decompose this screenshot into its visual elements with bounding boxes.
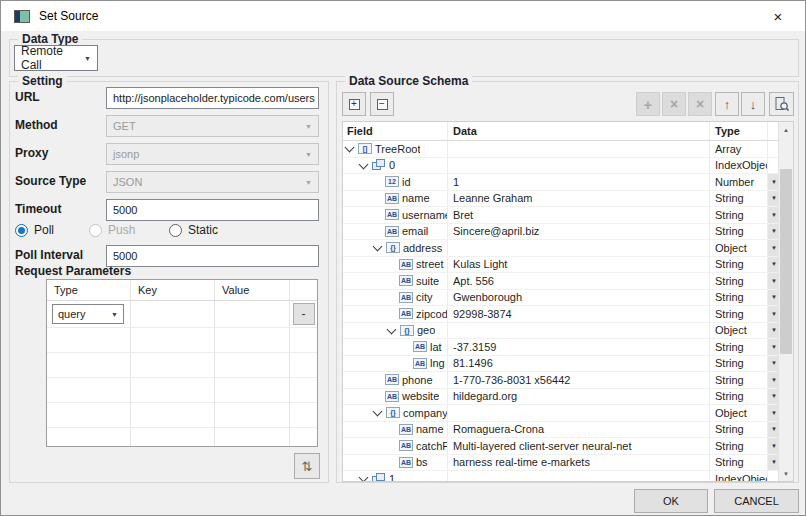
field-data [447,323,709,339]
poll-interval-input[interactable]: 5000 [106,245,319,267]
string-type-icon: AB [399,259,413,270]
vertical-scrollbar[interactable]: ▲ ▼ [778,122,793,481]
radio-push-label: Push [108,223,135,237]
move-up-button[interactable]: ↑ [715,92,739,116]
field-type: String [709,257,767,273]
field-name: company [403,407,447,419]
tree-row[interactable]: ABnameLeanne GrahamString▼ [343,191,793,208]
field-type: Object [709,405,767,421]
radio-dot [169,224,182,237]
tree-row[interactable]: ABlat-37.3159String▼ [343,339,793,356]
field-data: 1-770-736-8031 x56442 [447,372,709,388]
field-name: website [402,390,439,402]
tree-row[interactable]: {}geoObject▼ [343,323,793,340]
index-type-icon [372,159,386,171]
request-parameter-empty-row[interactable] [47,378,317,403]
expand-all-button[interactable]: + [342,92,366,116]
tree-row[interactable]: ABusernameBretString▼ [343,207,793,224]
radio-poll[interactable]: Poll [15,223,54,237]
field-data: 92998-3874 [447,306,709,322]
tree-row[interactable]: 12id1Number▼ [343,174,793,191]
field-type: IndexObject [709,471,767,482]
string-type-icon: AB [385,391,399,402]
tree-row[interactable]: ABwebsitehildegard.orgString▼ [343,389,793,406]
scroll-up-icon[interactable]: ▲ [779,122,793,137]
chevron-down-icon: ▼ [305,123,312,130]
chevron-down-icon[interactable] [359,159,369,169]
radio-static[interactable]: Static [169,223,218,237]
tree-row[interactable]: ABlng81.1496String▼ [343,356,793,373]
tree-row[interactable]: ABzipcode92998-3874String▼ [343,306,793,323]
preview-button[interactable] [769,92,794,116]
proxy-select: jsonp ▼ [106,143,319,165]
close-icon[interactable]: × [765,5,791,27]
string-type-icon: AB [413,358,427,369]
url-input[interactable]: http://jsonplaceholder.typicode.com/user… [106,87,319,109]
column-header-type: Type [709,122,767,140]
tree-row[interactable]: []TreeRootArray [343,141,793,158]
move-down-button[interactable]: ↓ [741,92,765,116]
field-type: String [709,339,767,355]
remove-parameter-button[interactable]: - [293,303,315,325]
tree-row[interactable]: ABstreetKulas LightString▼ [343,257,793,274]
request-parameter-empty-row[interactable] [47,403,317,428]
scrollbar-thumb[interactable] [780,169,792,354]
tree-row[interactable]: {}addressObject▼ [343,240,793,257]
index-type-icon [372,473,386,482]
radio-push: Push [89,223,135,237]
tree-row[interactable]: ABcatchPhraseMulti-layered client-server… [343,438,793,455]
string-type-icon: AB [385,374,399,385]
field-data: Apt. 556 [447,273,709,289]
tree-row[interactable]: ABsuiteApt. 556String▼ [343,273,793,290]
param-type-select[interactable]: query ▼ [52,304,124,324]
window-title: Set Source [39,9,98,23]
collapse-all-button[interactable]: − [370,92,394,116]
column-header-actions [289,280,317,300]
scroll-down-icon[interactable]: ▼ [779,466,793,481]
method-select: GET ▼ [106,115,319,137]
refresh-button[interactable]: ⇅ [294,453,320,479]
tree-row[interactable]: 1IndexObject [343,471,793,482]
field-type: Number [709,174,767,190]
chevron-down-icon[interactable] [359,473,369,482]
tree-row[interactable]: ABphone1-770-736-8031 x56442String▼ [343,372,793,389]
string-type-icon: AB [399,424,413,435]
data-type-groupbox: Data Type [9,39,799,77]
chevron-down-icon: ▼ [305,179,312,186]
chevron-down-icon[interactable] [373,407,383,417]
data-type-select[interactable]: Remote Call ▼ [14,45,98,71]
object-type-icon: {} [400,325,414,336]
param-value-cell[interactable] [214,301,289,327]
field-type: String [709,356,767,372]
data-type-value: Remote Call [21,44,78,72]
timeout-input[interactable]: 5000 [106,199,319,221]
field-name: lat [430,341,442,353]
field-data: Romaguera-Crona [447,422,709,438]
request-parameter-empty-row[interactable] [47,428,317,447]
radio-static-label: Static [188,223,218,237]
tree-row[interactable]: ABnameRomaguera-CronaString▼ [343,422,793,439]
cancel-button[interactable]: CANCEL [714,489,799,513]
chevron-down-icon[interactable] [345,143,355,153]
field-data: Gwenborough [447,290,709,306]
tree-row[interactable]: ABemailSincere@april.bizString▼ [343,224,793,241]
string-type-icon: AB [399,275,413,286]
request-parameter-empty-row[interactable] [47,328,317,353]
string-type-icon: AB [413,341,427,352]
tree-row[interactable]: 0IndexObject [343,158,793,175]
request-parameter-empty-row[interactable] [47,353,317,378]
field-name: zipcode [416,308,447,320]
field-type: String [709,389,767,405]
field-data: Kulas Light [447,257,709,273]
radio-dot [15,224,28,237]
number-type-icon: 12 [385,176,399,187]
tree-row[interactable]: ABbsharness real-time e-marketsString▼ [343,455,793,472]
field-data [447,405,709,421]
tree-row[interactable]: ABcityGwenboroughString▼ [343,290,793,307]
tree-row[interactable]: {}companyObject▼ [343,405,793,422]
string-type-icon: AB [385,193,399,204]
ok-button[interactable]: OK [634,489,708,513]
chevron-down-icon[interactable] [387,324,397,334]
chevron-down-icon[interactable] [373,242,383,252]
param-key-cell[interactable] [130,301,214,327]
